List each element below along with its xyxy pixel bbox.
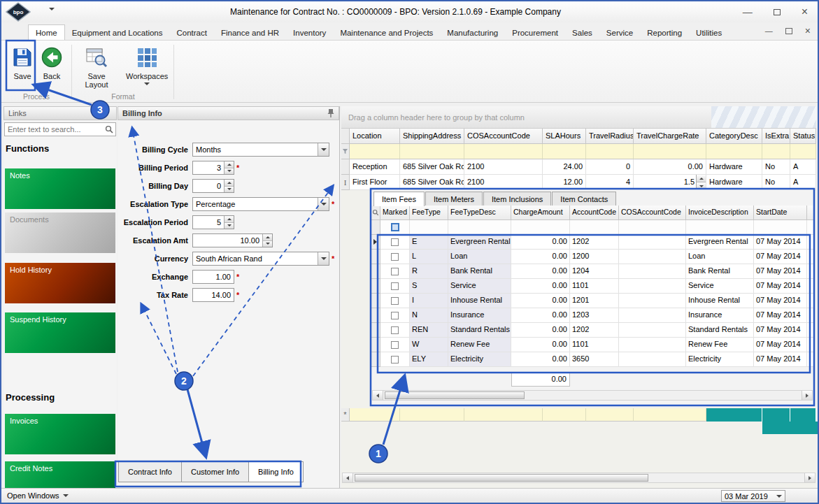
cell[interactable]: 2100 bbox=[464, 159, 543, 175]
marked-cell[interactable] bbox=[380, 308, 410, 323]
filter-cell[interactable] bbox=[754, 220, 807, 235]
filter-cell[interactable] bbox=[543, 144, 586, 159]
chargeamount-cell[interactable]: 0.00 bbox=[511, 338, 570, 352]
accountcode-cell[interactable]: 1202 bbox=[570, 323, 619, 338]
spinner-buttons[interactable] bbox=[696, 175, 706, 189]
mdi-close-icon[interactable]: × bbox=[805, 25, 811, 36]
billing-cycle-dropdown[interactable]: Months bbox=[192, 143, 329, 157]
search-icon[interactable] bbox=[105, 125, 113, 134]
ribbon-tab[interactable]: Sales bbox=[565, 25, 599, 40]
group-by-bar[interactable]: Drag a column header here to group by th… bbox=[341, 106, 816, 129]
tax-rate-input[interactable]: 14.00 bbox=[192, 288, 234, 302]
accountcode-cell[interactable]: 1204 bbox=[570, 264, 619, 279]
save-layout-button[interactable]: Save Layout bbox=[76, 43, 117, 89]
feetypedesc-cell[interactable]: Service bbox=[448, 279, 511, 294]
feetypedesc-cell[interactable]: Bank Rental bbox=[448, 264, 511, 279]
filter-cell[interactable] bbox=[619, 220, 686, 235]
ribbon-tab[interactable]: Inventory bbox=[286, 25, 333, 40]
item-tab[interactable]: Item Fees bbox=[373, 192, 425, 206]
startdate-cell[interactable]: 07 May 2014 bbox=[754, 323, 807, 338]
search-input[interactable] bbox=[4, 122, 116, 136]
marked-filter-checkbox[interactable] bbox=[391, 223, 399, 231]
new-row-cell[interactable] bbox=[586, 408, 634, 422]
startdate-cell[interactable]: 07 May 2014 bbox=[754, 250, 807, 264]
item-fee-row[interactable]: R Bank Rental 0.00 1204 Bank Rental 07 M… bbox=[371, 264, 814, 279]
invoices-button[interactable]: Invoices bbox=[5, 414, 115, 454]
notes-button[interactable]: Notes bbox=[5, 168, 115, 209]
scroll-thumb[interactable] bbox=[355, 474, 648, 482]
column-header[interactable]: COSAccountCode bbox=[619, 206, 686, 220]
ribbon-tab[interactable]: Reporting bbox=[640, 25, 689, 40]
feetype-cell[interactable]: E bbox=[410, 235, 448, 250]
item-grid-hscrollbar[interactable] bbox=[372, 390, 813, 401]
cell[interactable]: 24.00 bbox=[543, 159, 586, 175]
feetypedesc-cell[interactable]: Loan bbox=[448, 250, 511, 264]
invoicedescription-cell[interactable]: Standard Rentals bbox=[686, 323, 754, 338]
feetype-cell[interactable]: REN bbox=[410, 323, 448, 338]
item-tab[interactable]: Item Meters bbox=[425, 192, 483, 206]
marked-checkbox[interactable] bbox=[391, 253, 399, 261]
marked-cell[interactable] bbox=[380, 338, 410, 352]
ribbon-tab[interactable]: Finance and HR bbox=[214, 25, 286, 40]
new-row-cell[interactable] bbox=[464, 408, 543, 422]
workspaces-button[interactable]: Workspaces bbox=[126, 43, 168, 85]
chargeamount-cell[interactable]: 0.00 bbox=[511, 323, 570, 338]
documents-button[interactable]: Documents bbox=[5, 213, 115, 253]
feetypedesc-cell[interactable]: Electricity bbox=[448, 352, 511, 367]
location-row-reception[interactable]: Reception 685 Silver Oak Roa... 2100 24.… bbox=[341, 159, 816, 175]
new-row-cell[interactable] bbox=[400, 408, 464, 422]
contract-tab[interactable]: Contract Info bbox=[118, 461, 182, 482]
feetype-cell[interactable]: S bbox=[410, 279, 448, 294]
column-header[interactable]: FeeTypeDesc bbox=[448, 206, 511, 220]
item-fee-row[interactable]: L Loan 0.00 1200 Loan 07 May 2014 bbox=[371, 250, 814, 264]
invoicedescription-cell[interactable]: Evergreen Rental bbox=[686, 235, 754, 250]
cosaccountcode-cell[interactable] bbox=[619, 323, 686, 338]
marked-checkbox[interactable] bbox=[391, 326, 399, 334]
accountcode-cell[interactable]: 1203 bbox=[570, 308, 619, 323]
chargeamount-cell[interactable]: 0.00 bbox=[511, 250, 570, 264]
item-tab[interactable]: Item Inclusions bbox=[483, 192, 551, 206]
startdate-cell[interactable]: 07 May 2014 bbox=[754, 235, 807, 250]
cell[interactable]: 0 bbox=[586, 159, 634, 175]
filter-cell[interactable] bbox=[464, 144, 543, 159]
travel-charge-rate-editor[interactable]: 1.5 bbox=[634, 175, 706, 190]
cell[interactable]: 0.00 bbox=[634, 159, 706, 175]
ribbon-tab[interactable]: Equipment and Locations bbox=[65, 25, 170, 40]
new-row-strip[interactable]: * bbox=[341, 408, 816, 422]
open-windows-dropdown[interactable]: Open Windows bbox=[7, 491, 69, 500]
item-fee-row[interactable]: S Service 0.00 1101 Service 07 May 2014 bbox=[371, 279, 814, 294]
startdate-cell[interactable]: 07 May 2014 bbox=[754, 338, 807, 352]
startdate-cell[interactable]: 07 May 2014 bbox=[754, 264, 807, 279]
back-button[interactable]: Back bbox=[31, 43, 73, 80]
filter-cell[interactable] bbox=[634, 144, 706, 159]
ribbon-tab[interactable]: Procurement bbox=[505, 25, 565, 40]
escalation-type-dropdown[interactable]: Percentage bbox=[192, 197, 329, 211]
filter-cell[interactable] bbox=[790, 144, 816, 159]
cosaccountcode-cell[interactable] bbox=[619, 338, 686, 352]
marked-cell[interactable] bbox=[380, 250, 410, 264]
marked-cell[interactable] bbox=[380, 294, 410, 308]
column-header[interactable]: FeeType bbox=[410, 206, 448, 220]
scroll-right-icon[interactable] bbox=[804, 473, 815, 482]
column-header[interactable]: Marked bbox=[380, 206, 410, 220]
invoicedescription-cell[interactable]: Renew Fee bbox=[686, 338, 754, 352]
scroll-right-icon[interactable] bbox=[802, 391, 812, 400]
item-fee-row[interactable]: ELY Electricity 0.00 3650 Electricity 07… bbox=[371, 352, 814, 367]
cell[interactable]: A bbox=[790, 175, 816, 190]
invoicedescription-cell[interactable]: Bank Rental bbox=[686, 264, 754, 279]
marked-checkbox[interactable] bbox=[391, 238, 399, 246]
mdi-minimize-icon[interactable]: — bbox=[765, 27, 773, 35]
chargeamount-cell[interactable]: 0.00 bbox=[511, 279, 570, 294]
cell[interactable]: 4 bbox=[586, 175, 634, 190]
workspaces-dropdown-icon[interactable] bbox=[144, 82, 150, 85]
ribbon-tab[interactable]: Contract bbox=[169, 25, 213, 40]
marked-checkbox[interactable] bbox=[391, 356, 399, 363]
maximize-button[interactable] bbox=[774, 9, 781, 15]
suspend-history-button[interactable]: Suspend History bbox=[5, 312, 115, 353]
cosaccountcode-cell[interactable] bbox=[619, 264, 686, 279]
chargeamount-cell[interactable]: 0.00 bbox=[511, 352, 570, 367]
ribbon-tab[interactable]: Home bbox=[28, 24, 65, 40]
startdate-cell[interactable]: 07 May 2014 bbox=[754, 279, 807, 294]
cosaccountcode-cell[interactable] bbox=[619, 308, 686, 323]
cosaccountcode-cell[interactable] bbox=[619, 250, 686, 264]
